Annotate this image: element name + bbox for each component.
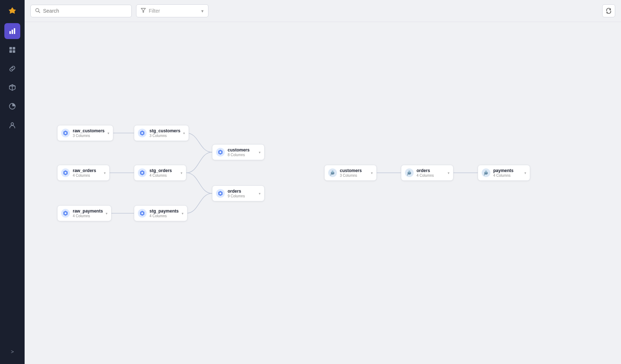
search-input[interactable] <box>43 8 127 14</box>
svg-point-16 <box>141 132 143 134</box>
svg-point-18 <box>65 172 67 174</box>
hex-node-icon <box>216 189 225 198</box>
node-name-raw_customers: raw_customers <box>73 128 105 133</box>
node-raw_customers[interactable]: raw_customers3 Columns▾ <box>57 125 113 141</box>
node-name-raw_payments: raw_payments <box>73 209 103 214</box>
chevron-down-icon[interactable]: ▾ <box>448 171 449 175</box>
hex-node-icon <box>61 168 70 177</box>
main-content: Filter ▾ raw_customers3 Columns▾ stg_cus… <box>25 0 621 364</box>
elephant-icon <box>482 168 490 177</box>
sidebar-item-cube[interactable] <box>4 80 20 95</box>
chevron-down-icon[interactable]: ▾ <box>106 211 107 215</box>
svg-point-14 <box>65 132 67 134</box>
chevron-down-icon[interactable]: ▾ <box>259 192 261 196</box>
node-sub-orders_right: 4 Columns <box>417 174 445 177</box>
node-name-orders_right: orders <box>417 168 445 173</box>
node-customers_right[interactable]: customers3 Columns▾ <box>324 165 377 181</box>
hex-node-icon <box>216 148 225 157</box>
svg-point-32 <box>333 171 334 172</box>
node-stg_payments[interactable]: stg_payments4 Columns▾ <box>134 205 187 221</box>
node-payments_right[interactable]: payments4 Columns▾ <box>478 165 530 181</box>
node-sub-stg_customers: 3 Columns <box>149 134 180 138</box>
svg-rect-3 <box>14 28 15 34</box>
svg-point-9 <box>11 123 14 125</box>
sidebar: > <box>0 0 25 364</box>
hex-node-icon <box>61 129 70 137</box>
svg-point-24 <box>65 213 67 214</box>
filter-dropdown[interactable]: Filter ▾ <box>136 4 208 17</box>
chevron-down-icon[interactable]: ▾ <box>182 211 183 215</box>
node-sub-stg_payments: 4 Columns <box>149 214 179 218</box>
sidebar-item-link[interactable] <box>4 61 20 77</box>
chevron-down-icon[interactable]: ▾ <box>259 150 261 154</box>
search-icon <box>35 8 40 14</box>
svg-rect-5 <box>13 47 15 50</box>
node-name-stg_orders: stg_orders <box>149 168 178 173</box>
elephant-icon <box>405 168 414 177</box>
hex-node-icon <box>138 209 147 218</box>
sidebar-item-chart[interactable] <box>4 23 20 39</box>
svg-rect-1 <box>9 31 11 34</box>
node-customers_mid[interactable]: customers8 Columns▾ <box>212 144 265 160</box>
toolbar: Filter ▾ <box>25 0 621 22</box>
sidebar-expand-button[interactable]: > <box>4 344 20 360</box>
node-name-raw_orders: raw_orders <box>73 168 101 173</box>
sidebar-bottom: > <box>4 344 20 360</box>
node-name-stg_customers: stg_customers <box>149 128 180 133</box>
connection-stg_orders-customers_mid <box>186 152 212 173</box>
filter-label: Filter <box>149 8 198 14</box>
node-name-orders_mid: orders <box>228 189 256 194</box>
svg-point-22 <box>220 151 221 153</box>
chevron-down-icon[interactable]: ▾ <box>104 171 106 175</box>
node-name-stg_payments: stg_payments <box>149 209 179 214</box>
sidebar-item-analytics[interactable] <box>4 98 20 114</box>
filter-icon <box>141 8 146 14</box>
svg-point-40 <box>486 171 487 172</box>
chevron-down-icon[interactable]: ▾ <box>524 171 526 175</box>
elephant-icon <box>328 168 337 177</box>
refresh-button[interactable] <box>602 4 615 17</box>
app-logo <box>6 4 19 17</box>
node-sub-stg_orders: 4 Columns <box>149 174 178 177</box>
node-sub-raw_payments: 4 Columns <box>73 214 103 218</box>
sidebar-item-user[interactable] <box>4 117 20 133</box>
node-sub-customers_right: 3 Columns <box>340 174 368 177</box>
connection-stg_customers-customers_mid <box>186 133 212 152</box>
node-raw_payments[interactable]: raw_payments4 Columns▾ <box>57 205 111 221</box>
svg-point-39 <box>485 171 486 172</box>
svg-line-11 <box>39 11 40 13</box>
hex-node-icon <box>61 209 70 218</box>
svg-rect-7 <box>13 50 15 53</box>
node-orders_right[interactable]: orders4 Columns▾ <box>401 165 453 181</box>
svg-point-26 <box>141 213 143 214</box>
node-name-customers_mid: customers <box>228 147 256 153</box>
svg-rect-6 <box>9 50 12 53</box>
connection-stg_payments-orders_mid <box>186 193 212 213</box>
node-sub-payments_right: 4 Columns <box>493 174 521 177</box>
chevron-down-icon[interactable]: ▾ <box>371 171 373 175</box>
hex-node-icon <box>138 168 147 177</box>
node-name-customers_right: customers <box>340 168 368 173</box>
search-box[interactable] <box>30 5 132 17</box>
svg-point-20 <box>141 172 143 174</box>
node-sub-orders_mid: 9 Columns <box>228 194 256 198</box>
node-stg_orders[interactable]: stg_orders4 Columns▾ <box>134 165 186 181</box>
chevron-down-icon[interactable]: ▾ <box>107 131 109 135</box>
node-sub-raw_orders: 4 Columns <box>73 174 101 177</box>
node-name-payments_right: payments <box>493 168 521 173</box>
node-sub-customers_mid: 8 Columns <box>228 153 256 157</box>
sidebar-item-table[interactable] <box>4 42 20 58</box>
node-stg_customers[interactable]: stg_customers3 Columns▾ <box>134 125 189 141</box>
svg-point-31 <box>332 171 333 172</box>
node-orders_mid[interactable]: orders9 Columns▾ <box>212 185 265 201</box>
svg-rect-2 <box>12 30 13 34</box>
chevron-down-icon[interactable]: ▾ <box>183 131 185 135</box>
canvas: raw_customers3 Columns▾ stg_customers3 C… <box>25 22 621 364</box>
svg-point-35 <box>409 171 409 172</box>
connection-stg_orders-orders_mid <box>186 173 212 193</box>
svg-marker-12 <box>141 8 145 12</box>
svg-rect-4 <box>9 47 12 50</box>
node-sub-raw_customers: 3 Columns <box>73 134 105 138</box>
chevron-down-icon[interactable]: ▾ <box>181 171 182 175</box>
node-raw_orders[interactable]: raw_orders4 Columns▾ <box>57 165 110 181</box>
